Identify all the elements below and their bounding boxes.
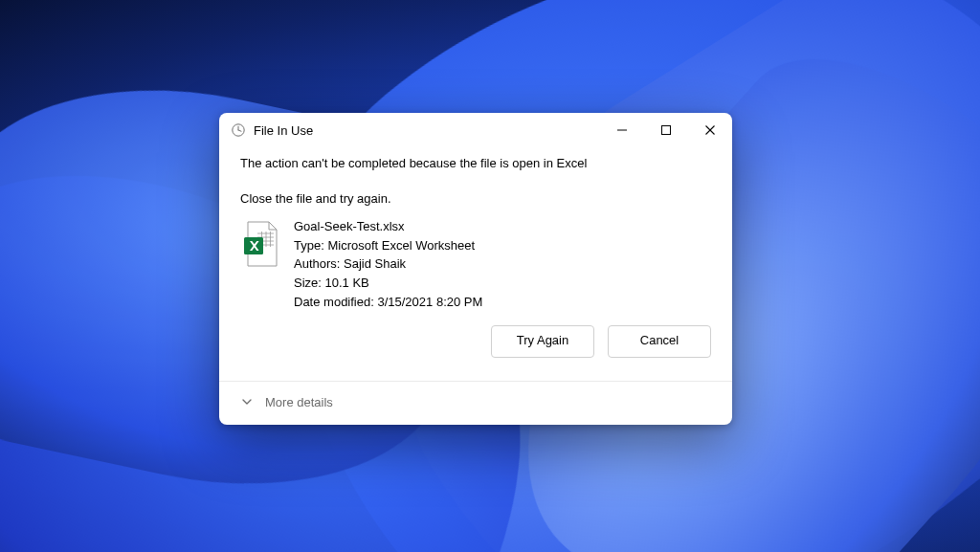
minimize-button[interactable] bbox=[600, 113, 644, 147]
button-row: Try Again Cancel bbox=[240, 325, 711, 358]
file-type-value: Microsoft Excel Worksheet bbox=[327, 238, 475, 253]
file-name: Goal-Seek-Test.xlsx bbox=[294, 218, 482, 236]
chevron-down-icon bbox=[240, 395, 254, 408]
window-controls bbox=[600, 113, 732, 147]
try-again-button[interactable]: Try Again bbox=[491, 325, 594, 358]
file-authors-label: Authors: bbox=[294, 256, 340, 271]
file-info-row: Goal-Seek-Test.xlsx Type: Microsoft Exce… bbox=[240, 218, 711, 312]
titlebar[interactable]: File In Use bbox=[219, 113, 732, 147]
message-secondary: Close the file and try again. bbox=[240, 190, 711, 209]
dialog-title: File In Use bbox=[254, 123, 313, 138]
svg-rect-4 bbox=[662, 126, 671, 135]
file-authors: Authors: Sajid Shaik bbox=[294, 255, 482, 274]
more-details-label: More details bbox=[265, 395, 333, 409]
file-type: Type: Microsoft Excel Worksheet bbox=[294, 237, 482, 255]
close-button[interactable] bbox=[688, 113, 732, 147]
file-modified-value: 3/15/2021 8:20 PM bbox=[377, 295, 482, 309]
message-primary: The action can't be completed because th… bbox=[240, 155, 711, 173]
file-meta: Goal-Seek-Test.xlsx Type: Microsoft Exce… bbox=[294, 218, 482, 312]
file-modified: Date modified: 3/15/2021 8:20 PM bbox=[294, 294, 482, 312]
try-again-label: Try Again bbox=[517, 332, 568, 350]
file-size: Size: 10.1 KB bbox=[294, 275, 482, 293]
dialog-body: The action can't be completed because th… bbox=[219, 147, 732, 371]
cancel-label: Cancel bbox=[640, 332, 679, 350]
file-modified-label: Date modified: bbox=[294, 295, 374, 309]
file-size-value: 10.1 KB bbox=[325, 276, 369, 290]
cancel-button[interactable]: Cancel bbox=[608, 325, 711, 358]
file-type-label: Type: bbox=[294, 238, 324, 253]
more-details-toggle[interactable]: More details bbox=[219, 382, 732, 425]
excel-file-icon bbox=[240, 218, 282, 312]
file-in-use-dialog: File In Use The action can't be complete… bbox=[219, 113, 732, 425]
file-size-label: Size: bbox=[294, 276, 322, 290]
svg-line-2 bbox=[238, 130, 241, 131]
file-authors-value: Sajid Shaik bbox=[344, 256, 406, 271]
clock-icon bbox=[231, 122, 246, 138]
maximize-button[interactable] bbox=[644, 113, 688, 147]
